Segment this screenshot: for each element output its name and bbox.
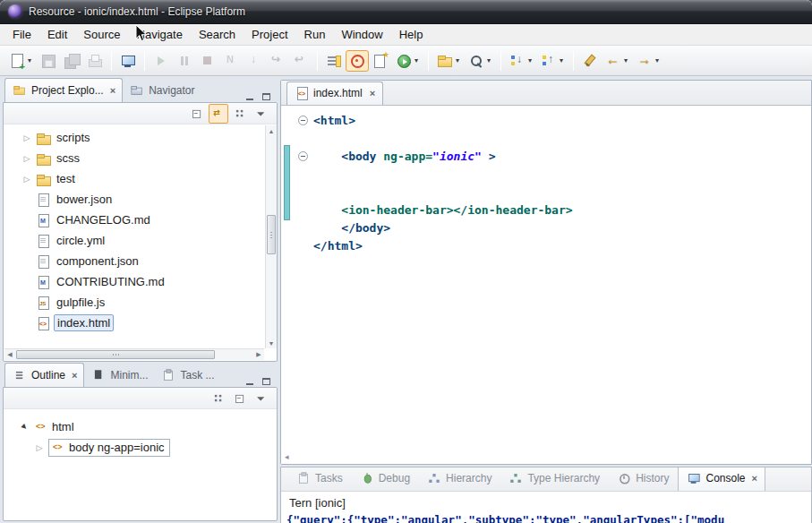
fold-collapse-icon[interactable] xyxy=(298,151,308,161)
scrollbar-thumb[interactable] xyxy=(267,215,276,254)
console-tab-history[interactable]: History xyxy=(609,467,676,491)
console-tab-console[interactable]: Console xyxy=(678,467,765,491)
menu-item-edit[interactable]: Edit xyxy=(39,25,75,44)
explorer-horizontal-scrollbar[interactable] xyxy=(4,348,264,360)
close-icon[interactable] xyxy=(110,86,115,95)
view-menu-button[interactable] xyxy=(252,104,271,124)
explorer-vertical-scrollbar[interactable] xyxy=(265,125,277,348)
tree-item-circle.yml[interactable]: circle.yml xyxy=(4,230,264,251)
forward-button[interactable] xyxy=(633,50,664,72)
menu-item-navigate[interactable]: Navigate xyxy=(129,25,191,44)
tree-item-scss[interactable]: scss xyxy=(4,148,264,168)
focus-button[interactable] xyxy=(230,104,250,124)
code-line[interactable] xyxy=(292,129,811,147)
highlight-target-button[interactable] xyxy=(346,50,369,72)
scroll-left-icon[interactable] xyxy=(285,452,289,461)
new-button[interactable] xyxy=(5,50,37,72)
menu-item-window[interactable]: Window xyxy=(333,25,390,44)
collapse-all-button[interactable] xyxy=(187,104,207,124)
open-console-button[interactable] xyxy=(116,50,140,72)
menu-item-file[interactable]: File xyxy=(4,25,39,44)
console-tab-hierarchy[interactable]: Hierarchy xyxy=(419,467,499,491)
console-tab-tasks[interactable]: Tasks xyxy=(288,467,350,491)
minimize-view-button[interactable] xyxy=(242,374,257,388)
code-line[interactable] xyxy=(292,183,811,201)
tab-navigator[interactable]: Navigator xyxy=(123,79,201,103)
outline-view-menu-button[interactable] xyxy=(252,389,271,408)
collapsed-twisty-icon[interactable] xyxy=(34,443,45,452)
tab-project-explorer[interactable]: Project Explo... xyxy=(4,78,123,103)
back-button[interactable] xyxy=(602,50,633,72)
collapsed-twisty-icon[interactable] xyxy=(21,133,32,142)
run-button[interactable] xyxy=(392,50,423,72)
code-line[interactable]: </body> xyxy=(292,219,811,236)
maximize-view-button[interactable] xyxy=(259,90,274,103)
code-line[interactable]: </html> xyxy=(292,236,811,254)
console-tab-debug[interactable]: Debug xyxy=(352,467,417,491)
collapsed-twisty-icon[interactable] xyxy=(21,175,32,184)
scroll-left-icon[interactable] xyxy=(4,349,15,360)
tree-item-CONTRIBUTING.md[interactable]: CONTRIBUTING.md xyxy=(4,271,264,292)
outline-node-box[interactable]: body ng-app=ionic xyxy=(48,439,170,457)
tree-item-test[interactable]: test xyxy=(4,168,264,189)
menu-item-source[interactable]: Source xyxy=(75,25,128,44)
new-wizard-button[interactable] xyxy=(369,50,392,72)
expanded-twisty-icon[interactable] xyxy=(20,421,30,433)
folder-file-icon xyxy=(36,151,50,166)
outline-node-body[interactable]: body ng-app=ionic xyxy=(4,437,277,458)
outline-focus-button[interactable] xyxy=(209,389,228,408)
scrollbar-thumb[interactable] xyxy=(16,350,215,359)
menu-item-help[interactable]: Help xyxy=(391,25,432,44)
dropdown-arrow-icon[interactable] xyxy=(485,56,492,64)
scroll-up-icon[interactable] xyxy=(266,125,277,136)
minimize-view-button[interactable] xyxy=(242,90,257,103)
title-bar[interactable]: Resource - ionic/index.html - Eclipse Pl… xyxy=(0,0,812,24)
open-resource-button[interactable] xyxy=(433,50,465,72)
tree-item-scripts[interactable]: scripts xyxy=(4,127,264,148)
tab-outline[interactable]: Outline xyxy=(4,363,84,388)
code-line[interactable]: <body ng-app="ionic" > xyxy=(292,147,811,165)
tab-minimap[interactable]: Minim... xyxy=(84,364,154,388)
dropdown-arrow-icon[interactable] xyxy=(413,56,420,64)
next-annotation-button[interactable] xyxy=(506,50,537,72)
outline-node-html[interactable]: html xyxy=(4,416,277,437)
dropdown-arrow-icon[interactable] xyxy=(622,56,629,64)
fold-collapse-icon[interactable] xyxy=(298,116,308,125)
dropdown-arrow-icon[interactable] xyxy=(454,56,461,64)
maximize-view-button[interactable] xyxy=(259,374,274,388)
tree-item-CHANGELOG.md[interactable]: CHANGELOG.md xyxy=(4,210,264,230)
tree-item-component.json[interactable]: component.json xyxy=(4,251,264,271)
tree-item-index.html[interactable]: index.html xyxy=(4,313,264,333)
close-icon[interactable] xyxy=(370,89,375,98)
menu-item-run[interactable]: Run xyxy=(296,25,334,44)
console-tab-type-hierarchy[interactable]: Type Hierarchy xyxy=(500,467,607,491)
code-text: <ion-header-bar></ion-header-bar> xyxy=(313,203,573,217)
link-with-editor-button[interactable] xyxy=(209,104,228,124)
code-line[interactable]: <ion-header-bar></ion-header-bar> xyxy=(292,201,811,219)
console-output[interactable]: {"query":{"type":"angular","subtype":"ty… xyxy=(281,510,811,523)
outline-collapse-all-button[interactable] xyxy=(230,389,250,408)
code-line[interactable]: <html> xyxy=(292,111,811,129)
menu-item-search[interactable]: Search xyxy=(191,25,244,44)
scroll-down-icon[interactable] xyxy=(266,338,277,348)
tab-label: Minim... xyxy=(110,369,148,382)
dropdown-arrow-icon[interactable] xyxy=(26,56,33,64)
tree-item-bower.json[interactable]: bower.json xyxy=(4,189,264,210)
search-button[interactable] xyxy=(465,50,496,72)
mark-occurrences-button[interactable] xyxy=(322,50,346,72)
dropdown-arrow-icon[interactable] xyxy=(558,56,565,64)
dropdown-arrow-icon[interactable] xyxy=(654,56,661,64)
close-icon[interactable] xyxy=(752,474,757,483)
scroll-right-icon[interactable] xyxy=(253,349,264,360)
code-line[interactable] xyxy=(292,165,811,183)
last-edit-location-button[interactable] xyxy=(578,50,602,72)
editor-tab-index-html[interactable]: index.html xyxy=(286,81,383,105)
dropdown-arrow-icon[interactable] xyxy=(526,56,534,64)
menu-item-project[interactable]: Project xyxy=(244,25,295,44)
previous-annotation-button[interactable] xyxy=(537,50,568,72)
collapsed-twisty-icon[interactable] xyxy=(21,154,32,163)
tree-item-gulpfile.js[interactable]: gulpfile.js xyxy=(4,292,264,313)
tab-task-list[interactable]: Task ... xyxy=(154,364,220,388)
close-icon[interactable] xyxy=(72,371,77,380)
editor-content[interactable]: <html> <body ng-app="ionic" > <ion-heade… xyxy=(281,106,811,464)
